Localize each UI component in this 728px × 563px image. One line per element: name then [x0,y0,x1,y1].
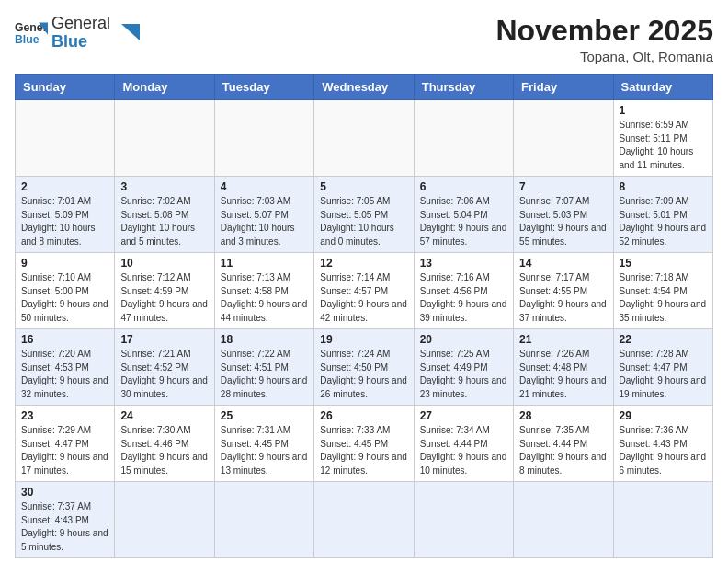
title-block: November 2025 Topana, Olt, Romania [495,15,713,64]
calendar-day-cell: 4Sunrise: 7:03 AM Sunset: 5:07 PM Daylig… [214,177,313,253]
day-number: 5 [320,180,407,193]
day-info: Sunrise: 7:13 AM Sunset: 4:58 PM Dayligh… [221,271,308,325]
calendar-day-cell: 9Sunrise: 7:10 AM Sunset: 5:00 PM Daylig… [16,253,115,329]
day-info: Sunrise: 7:28 AM Sunset: 4:47 PM Dayligh… [620,348,707,401]
calendar-day-cell [414,100,513,177]
calendar-week-row: 2Sunrise: 7:01 AM Sunset: 5:09 PM Daylig… [16,177,713,253]
calendar-week-row: 30Sunrise: 7:37 AM Sunset: 4:43 PM Dayli… [16,482,713,558]
day-number: 25 [221,409,308,422]
day-info: Sunrise: 7:33 AM Sunset: 4:45 PM Dayligh… [320,424,407,477]
weekday-header-sunday: Sunday [16,75,115,100]
calendar-day-cell: 20Sunrise: 7:25 AM Sunset: 4:49 PM Dayli… [414,329,513,406]
calendar-day-cell: 7Sunrise: 7:07 AM Sunset: 5:03 PM Daylig… [514,177,613,253]
day-info: Sunrise: 7:02 AM Sunset: 5:08 PM Dayligh… [120,195,208,248]
day-info: Sunrise: 7:18 AM Sunset: 4:54 PM Dayligh… [620,271,707,325]
day-info: Sunrise: 7:16 AM Sunset: 4:56 PM Dayligh… [420,271,507,325]
calendar-day-cell [613,482,712,558]
day-info: Sunrise: 7:20 AM Sunset: 4:53 PM Dayligh… [21,348,108,401]
day-number: 30 [21,486,108,499]
weekday-header-friday: Friday [514,75,613,100]
calendar-day-cell: 3Sunrise: 7:02 AM Sunset: 5:08 PM Daylig… [115,177,214,253]
day-info: Sunrise: 7:37 AM Sunset: 4:43 PM Dayligh… [21,500,108,554]
day-info: Sunrise: 7:07 AM Sunset: 5:03 PM Dayligh… [519,195,607,248]
logo: General Blue General Blue [15,15,140,52]
calendar-day-cell: 25Sunrise: 7:31 AM Sunset: 4:45 PM Dayli… [214,406,313,482]
calendar-day-cell: 28Sunrise: 7:35 AM Sunset: 4:44 PM Dayli… [514,406,613,482]
day-number: 6 [420,180,507,193]
calendar-day-cell [514,100,613,177]
day-number: 26 [320,409,407,422]
day-info: Sunrise: 7:03 AM Sunset: 5:07 PM Dayligh… [221,195,308,248]
day-number: 12 [320,257,407,270]
day-info: Sunrise: 7:05 AM Sunset: 5:05 PM Dayligh… [320,195,407,248]
logo-text-blue: Blue [51,33,110,52]
day-number: 3 [120,180,208,193]
location: Topana, Olt, Romania [495,49,713,64]
logo-triangle-icon [114,20,140,46]
day-info: Sunrise: 7:26 AM Sunset: 4:48 PM Dayligh… [519,348,607,401]
weekday-header-wednesday: Wednesday [314,75,414,100]
day-number: 15 [620,257,707,270]
svg-text:Blue: Blue [15,33,40,46]
calendar-day-cell [414,482,513,558]
calendar-day-cell: 11Sunrise: 7:13 AM Sunset: 4:58 PM Dayli… [214,253,313,329]
day-info: Sunrise: 7:12 AM Sunset: 4:59 PM Dayligh… [120,271,208,325]
calendar-day-cell: 14Sunrise: 7:17 AM Sunset: 4:55 PM Dayli… [514,253,613,329]
calendar-day-cell: 21Sunrise: 7:26 AM Sunset: 4:48 PM Dayli… [514,329,613,406]
day-number: 28 [519,409,607,422]
day-info: Sunrise: 7:36 AM Sunset: 4:43 PM Dayligh… [620,424,707,477]
day-number: 13 [420,257,507,270]
logo-icon: General Blue [15,17,48,50]
calendar-day-cell: 22Sunrise: 7:28 AM Sunset: 4:47 PM Dayli… [613,329,712,406]
day-info: Sunrise: 6:59 AM Sunset: 5:11 PM Dayligh… [620,119,707,172]
calendar-header-row: SundayMondayTuesdayWednesdayThursdayFrid… [16,75,713,100]
day-number: 23 [21,409,108,422]
calendar-day-cell: 16Sunrise: 7:20 AM Sunset: 4:53 PM Dayli… [16,329,115,406]
day-info: Sunrise: 7:14 AM Sunset: 4:57 PM Dayligh… [320,271,407,325]
day-number: 21 [519,333,607,346]
calendar-day-cell: 10Sunrise: 7:12 AM Sunset: 4:59 PM Dayli… [115,253,214,329]
day-info: Sunrise: 7:09 AM Sunset: 5:01 PM Dayligh… [620,195,707,248]
day-number: 20 [420,333,507,346]
day-number: 1 [620,104,707,117]
day-info: Sunrise: 7:34 AM Sunset: 4:44 PM Dayligh… [420,424,507,477]
weekday-header-saturday: Saturday [613,75,712,100]
day-info: Sunrise: 7:31 AM Sunset: 4:45 PM Dayligh… [221,424,308,477]
calendar-day-cell: 26Sunrise: 7:33 AM Sunset: 4:45 PM Dayli… [314,406,414,482]
day-number: 17 [120,333,208,346]
day-number: 9 [21,257,108,270]
day-number: 16 [21,333,108,346]
calendar-day-cell: 27Sunrise: 7:34 AM Sunset: 4:44 PM Dayli… [414,406,513,482]
day-number: 29 [620,409,707,422]
calendar-day-cell: 24Sunrise: 7:30 AM Sunset: 4:46 PM Dayli… [115,406,214,482]
day-info: Sunrise: 7:30 AM Sunset: 4:46 PM Dayligh… [120,424,208,477]
day-number: 7 [519,180,607,193]
calendar-day-cell [214,100,313,177]
calendar-day-cell: 19Sunrise: 7:24 AM Sunset: 4:50 PM Dayli… [314,329,414,406]
calendar-day-cell: 6Sunrise: 7:06 AM Sunset: 5:04 PM Daylig… [414,177,513,253]
day-info: Sunrise: 7:06 AM Sunset: 5:04 PM Dayligh… [420,195,507,248]
calendar-week-row: 9Sunrise: 7:10 AM Sunset: 5:00 PM Daylig… [16,253,713,329]
day-number: 2 [21,180,108,193]
calendar-table: SundayMondayTuesdayWednesdayThursdayFrid… [15,74,713,558]
calendar-day-cell: 30Sunrise: 7:37 AM Sunset: 4:43 PM Dayli… [16,482,115,558]
day-info: Sunrise: 7:21 AM Sunset: 4:52 PM Dayligh… [120,348,208,401]
weekday-header-monday: Monday [115,75,214,100]
logo-text-general: General [51,15,110,33]
day-number: 11 [221,257,308,270]
calendar-week-row: 1Sunrise: 6:59 AM Sunset: 5:11 PM Daylig… [16,100,713,177]
day-info: Sunrise: 7:22 AM Sunset: 4:51 PM Dayligh… [221,348,308,401]
day-number: 10 [120,257,208,270]
day-info: Sunrise: 7:35 AM Sunset: 4:44 PM Dayligh… [519,424,607,477]
calendar-day-cell [314,482,414,558]
calendar-day-cell: 5Sunrise: 7:05 AM Sunset: 5:05 PM Daylig… [314,177,414,253]
day-info: Sunrise: 7:17 AM Sunset: 4:55 PM Dayligh… [519,271,607,325]
day-number: 27 [420,409,507,422]
day-number: 18 [221,333,308,346]
svg-marker-3 [121,24,140,40]
page-header: General Blue General Blue November 2025 … [15,15,713,64]
day-info: Sunrise: 7:29 AM Sunset: 4:47 PM Dayligh… [21,424,108,477]
day-number: 22 [620,333,707,346]
calendar-day-cell [514,482,613,558]
month-title: November 2025 [495,15,713,47]
